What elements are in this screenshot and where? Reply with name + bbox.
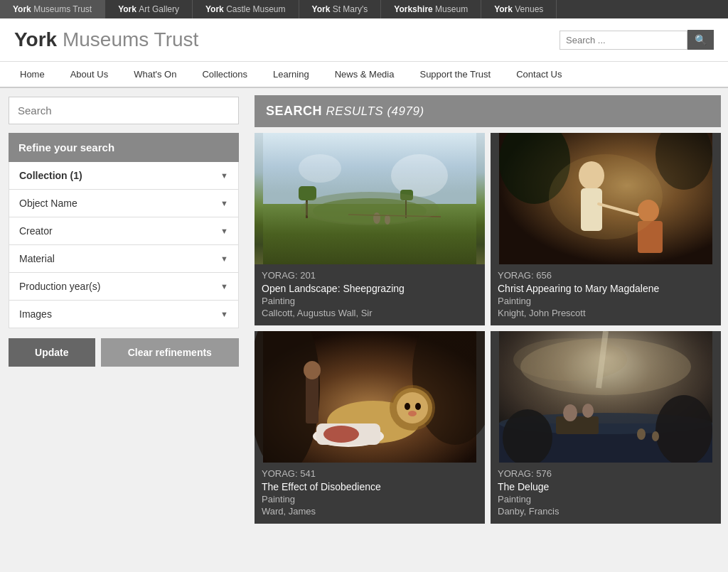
- filter-images-arrow: ▼: [220, 310, 228, 318]
- filter-production-year-label: Production year(s): [19, 281, 100, 292]
- top-nav-bold-5: Yorkshire: [394, 4, 432, 14]
- filter-material-label: Material: [19, 253, 55, 264]
- nav-contact-us[interactable]: Contact Us: [503, 62, 574, 87]
- filter-object-name-label: Object Name: [19, 198, 77, 209]
- nav-support-trust[interactable]: Support the Trust: [407, 62, 503, 87]
- result-info-4: YORAG: 576 The Deluge Painting Danby, Fr…: [491, 463, 721, 524]
- nav-whats-on[interactable]: What's On: [121, 62, 189, 87]
- filter-collection-arrow: ▼: [220, 171, 228, 180]
- top-nav-york-venues[interactable]: York Venues: [481, 0, 557, 18]
- filter-creator-arrow: ▼: [220, 227, 228, 235]
- main-navigation: Home About Us What's On Collections Lear…: [0, 62, 728, 88]
- result-image-2: [491, 133, 721, 264]
- svg-point-21: [549, 154, 663, 239]
- svg-point-53: [652, 431, 659, 441]
- top-nav-bold-4: York: [312, 4, 331, 14]
- clear-refinements-button[interactable]: Clear refinements: [101, 338, 239, 367]
- svg-point-1: [391, 154, 448, 197]
- result-type-3: Painting: [262, 494, 478, 504]
- result-card-3[interactable]: YORAG: 541 The Effect of Disobedience Pa…: [255, 331, 485, 524]
- top-navigation: York Museums Trust York Art Gallery York…: [0, 0, 728, 18]
- result-card-2[interactable]: YORAG: 656 Christ Appearing to Mary Magd…: [491, 133, 721, 325]
- results-grid: YORAG: 201 Open Landscape: Sheepgrazing …: [255, 133, 721, 524]
- nav-learning[interactable]: Learning: [260, 62, 322, 87]
- result-creator-4: Danby, Francis: [498, 506, 714, 517]
- svg-point-38: [323, 426, 359, 443]
- result-title-1: Open Landscape: Sheepgrazing: [262, 283, 478, 294]
- top-nav-york-st-marys[interactable]: York St Mary's: [299, 0, 382, 18]
- result-creator-1: Callcott, Augustus Wall, Sir: [262, 308, 478, 318]
- nav-news-media[interactable]: News & Media: [322, 62, 407, 87]
- top-nav-bold-2: York: [118, 4, 136, 14]
- top-nav-bold-6: York: [494, 4, 513, 14]
- results-header: SEARCH RESULTS (4979): [255, 95, 721, 127]
- svg-line-11: [348, 215, 441, 217]
- filter-creator-label: Creator: [19, 225, 53, 237]
- filter-images-label: Images: [19, 308, 52, 320]
- sidebar-buttons: Update Clear refinements: [9, 338, 239, 367]
- svg-point-2: [299, 154, 341, 183]
- result-info-2: YORAG: 656 Christ Appearing to Mary Magd…: [491, 264, 721, 325]
- filter-creator[interactable]: Creator ▼: [9, 217, 239, 245]
- sidebar-search-input[interactable]: [9, 97, 239, 124]
- sidebar-search-area: [9, 97, 239, 124]
- svg-point-48: [582, 404, 594, 418]
- logo-rest: Museums Trust: [57, 28, 198, 50]
- filter-images[interactable]: Images ▼: [9, 301, 239, 328]
- update-button[interactable]: Update: [9, 338, 95, 367]
- nav-home[interactable]: Home: [7, 62, 58, 87]
- svg-point-52: [637, 428, 646, 440]
- svg-point-47: [563, 404, 577, 421]
- top-nav-york-art-gallery[interactable]: York Art Gallery: [105, 0, 193, 18]
- filter-object-name[interactable]: Object Name ▼: [9, 190, 239, 217]
- header-search-input[interactable]: [560, 31, 687, 50]
- result-info-1: YORAG: 201 Open Landscape: Sheepgrazing …: [255, 264, 485, 325]
- logo-bold: York: [14, 28, 57, 50]
- result-creator-2: Knight, John Prescott: [498, 308, 714, 318]
- result-id-3: YORAG: 541: [262, 468, 478, 479]
- result-info-3: YORAG: 541 The Effect of Disobedience Pa…: [255, 463, 485, 524]
- results-count-label: RESULTS (4979): [326, 104, 424, 118]
- header-search-area: 🔍: [560, 30, 714, 50]
- result-card-4[interactable]: YORAG: 576 The Deluge Painting Danby, Fr…: [491, 331, 721, 524]
- filter-production-year-arrow: ▼: [220, 282, 228, 291]
- svg-rect-8: [400, 190, 413, 200]
- result-title-2: Christ Appearing to Mary Magdalene: [498, 283, 714, 294]
- result-card-1[interactable]: YORAG: 201 Open Landscape: Sheepgrazing …: [255, 133, 485, 325]
- svg-point-10: [385, 215, 390, 225]
- results-search-label: SEARCH: [266, 104, 322, 118]
- result-image-3: [255, 331, 485, 463]
- filter-collection-label: Collection (1): [19, 170, 82, 181]
- svg-point-33: [408, 411, 417, 416]
- filter-material[interactable]: Material ▼: [9, 245, 239, 273]
- result-type-1: Painting: [262, 296, 478, 306]
- result-title-4: The Deluge: [498, 481, 714, 492]
- filter-production-year[interactable]: Production year(s) ▼: [9, 273, 239, 301]
- content-area: Refine your search Collection (1) ▼ Obje…: [0, 88, 728, 531]
- nav-about-us[interactable]: About Us: [58, 62, 121, 87]
- result-type-4: Painting: [498, 494, 714, 504]
- result-image-1: [255, 133, 485, 264]
- top-nav-york-castle-museum[interactable]: York Castle Museum: [193, 0, 299, 18]
- nav-collections[interactable]: Collections: [189, 62, 260, 87]
- svg-point-9: [373, 212, 380, 224]
- result-type-2: Painting: [498, 296, 714, 306]
- top-nav-yorkshire-museum[interactable]: Yorkshire Museum: [381, 0, 481, 18]
- svg-point-43: [513, 338, 627, 381]
- header-search-button[interactable]: 🔍: [687, 30, 714, 50]
- result-creator-3: Ward, James: [262, 506, 478, 517]
- top-nav-york-museums-trust[interactable]: York Museums Trust: [0, 0, 105, 18]
- filter-object-name-arrow: ▼: [220, 199, 228, 207]
- site-header: York Museums Trust 🔍: [0, 18, 728, 62]
- result-title-3: The Effect of Disobedience: [262, 481, 478, 492]
- site-logo: York Museums Trust: [14, 28, 198, 51]
- search-results: SEARCH RESULTS (4979): [247, 88, 728, 531]
- result-image-4: [491, 331, 721, 463]
- filter-collection[interactable]: Collection (1) ▼: [9, 162, 239, 190]
- top-nav-bold-1: York: [13, 4, 31, 14]
- svg-point-31: [405, 403, 410, 410]
- top-nav-bold-3: York: [205, 4, 224, 14]
- svg-point-30: [397, 392, 428, 423]
- refine-header: Refine your search: [9, 133, 239, 162]
- result-id-2: YORAG: 656: [498, 270, 714, 281]
